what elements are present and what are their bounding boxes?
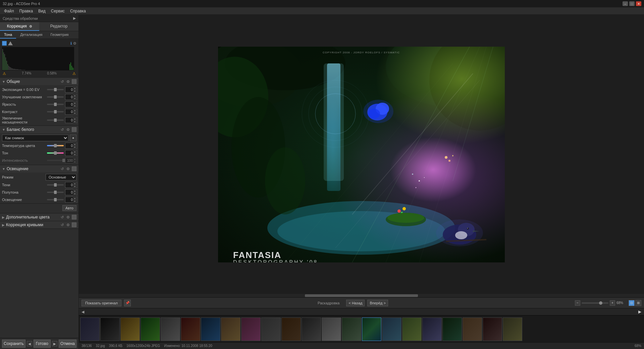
controls-scroll[interactable]: ▼ Общие ↺ ⚙ Экспозиция = 0.00 EV: [0, 78, 78, 338]
extra-colors-settings-icon[interactable]: ⚙: [66, 215, 70, 219]
lighting-settings-icon[interactable]: ⚙: [66, 166, 70, 171]
thumb-2[interactable]: [100, 317, 120, 341]
next-action-icon[interactable]: ▶: [52, 341, 57, 346]
toggle-btn[interactable]: [72, 79, 76, 84]
section-wb-header[interactable]: ▼ Баланс белого ↺ ⚙: [0, 126, 78, 133]
zoom-in-button[interactable]: +: [610, 300, 615, 306]
thumb-16[interactable]: [382, 317, 401, 341]
menu-edit[interactable]: Правка: [17, 8, 36, 14]
minimize-button[interactable]: –: [623, 1, 628, 6]
section-general-header[interactable]: ▼ Общие ↺ ⚙: [0, 78, 78, 85]
midtones-slider[interactable]: [47, 192, 64, 193]
section-extra-colors-header[interactable]: ▶ Дополнительные цвета ↺ ⚙: [0, 213, 78, 221]
tab-correction[interactable]: Коррекция ⚙: [0, 22, 39, 31]
section-curves-header[interactable]: ▶ Коррекция кривыми ↺ ⚙: [0, 221, 78, 229]
filmstrip-scroll-left[interactable]: ◀: [82, 310, 360, 314]
thumb-20[interactable]: [463, 317, 482, 341]
tint-down[interactable]: ▼: [73, 153, 76, 156]
exposure-spinner[interactable]: ▲ ▼: [73, 87, 76, 93]
wb-settings-icon[interactable]: ⚙: [66, 127, 70, 132]
thumb-12[interactable]: [302, 317, 321, 341]
extra-colors-refresh-icon[interactable]: ↺: [60, 215, 64, 219]
color-temp-up[interactable]: ▲: [73, 143, 76, 146]
tint-slider[interactable]: [47, 152, 64, 154]
wb-color-picker[interactable]: ✦: [70, 135, 76, 141]
color-temp-slider[interactable]: [47, 145, 64, 146]
hscroll-thumb[interactable]: [305, 294, 418, 297]
histogram-settings-icon[interactable]: ⚙: [73, 41, 76, 46]
thumb-4[interactable]: [141, 317, 160, 341]
done-button[interactable]: Готово: [34, 340, 51, 348]
extra-colors-toggle-btn[interactable]: [72, 215, 76, 219]
section-lighting-header[interactable]: ▼ Освещение ↺ ⚙: [0, 165, 78, 172]
wb-refresh-icon[interactable]: ↺: [60, 127, 64, 132]
saturation-slider[interactable]: [47, 119, 64, 121]
brightness-up[interactable]: ▲: [73, 101, 76, 104]
zoom-slider[interactable]: [582, 302, 608, 304]
forward-button[interactable]: Вперёд >: [367, 300, 388, 306]
subtab-geometry[interactable]: Геометрия: [47, 31, 73, 39]
settings-icon[interactable]: ⚙: [66, 79, 70, 84]
shadows-up[interactable]: ▲: [73, 182, 76, 185]
saturation-up[interactable]: ▲: [73, 117, 76, 120]
refresh-icon[interactable]: ↺: [60, 79, 64, 84]
subtab-tone[interactable]: Тона: [0, 31, 16, 39]
thumb-18[interactable]: [422, 317, 442, 341]
wb-preset-dropdown[interactable]: Как снимок Авто Дневной свет Облачно: [2, 135, 68, 141]
lighting-mode-dropdown[interactable]: Основные Расширенные: [46, 174, 76, 181]
wb-toggle-btn[interactable]: [72, 127, 76, 132]
fill-light-slider[interactable]: [47, 96, 64, 98]
highlights-down[interactable]: ▼: [73, 200, 76, 203]
curves-settings-icon[interactable]: ⚙: [66, 222, 70, 227]
thumb-17[interactable]: [402, 317, 422, 341]
panel-expand-icon[interactable]: ▶: [73, 16, 76, 20]
shadows-down[interactable]: ▼: [73, 185, 76, 188]
exposure-down[interactable]: ▼: [73, 90, 76, 93]
auto-button[interactable]: Авто: [62, 205, 76, 211]
contrast-slider[interactable]: [47, 111, 64, 112]
thumb-13[interactable]: [322, 317, 341, 341]
highlights-up[interactable]: ▲: [73, 197, 76, 200]
cancel-button[interactable]: Отмена: [59, 340, 76, 348]
maximize-button[interactable]: □: [629, 1, 635, 6]
pin-icon[interactable]: 📌: [124, 300, 131, 306]
info-icon[interactable]: ℹ: [70, 41, 72, 46]
fill-light-up[interactable]: ▲: [73, 94, 76, 97]
lighting-refresh-icon[interactable]: ↺: [60, 166, 64, 171]
thumb-11[interactable]: [281, 317, 301, 341]
midtones-down[interactable]: ▼: [73, 192, 76, 195]
thumb-9[interactable]: [241, 317, 261, 341]
prev-action-icon[interactable]: ◀: [27, 341, 32, 346]
exposure-up[interactable]: ▲: [73, 87, 76, 90]
thumb-6[interactable]: [181, 317, 200, 341]
brightness-slider[interactable]: [47, 104, 64, 105]
histogram-color-icon[interactable]: [2, 41, 7, 46]
thumb-3[interactable]: [120, 317, 140, 341]
fit-view-button[interactable]: ⊟: [629, 300, 635, 306]
lighting-toggle-btn[interactable]: [72, 166, 76, 171]
subtab-detail[interactable]: Детализация: [16, 31, 46, 39]
contrast-up[interactable]: ▲: [73, 109, 76, 112]
thumb-14[interactable]: [342, 317, 361, 341]
show-original-button[interactable]: Показать оригинал: [82, 300, 121, 306]
thumb-19[interactable]: [442, 317, 462, 341]
fill-light-down[interactable]: ▼: [73, 97, 76, 100]
tab-editor[interactable]: Редактор: [39, 22, 78, 31]
thumb-1[interactable]: [80, 317, 100, 341]
filmstrip[interactable]: [79, 315, 644, 342]
thumb-8[interactable]: [221, 317, 240, 341]
menu-file[interactable]: Файл: [1, 8, 17, 14]
thumb-7[interactable]: [201, 317, 220, 341]
thumb-15-active[interactable]: [362, 317, 381, 341]
close-button[interactable]: ✕: [636, 1, 641, 6]
image-hscrollbar[interactable]: [79, 294, 644, 297]
exposure-slider[interactable]: [47, 89, 64, 90]
zoom-out-button[interactable]: −: [575, 300, 580, 306]
menu-help[interactable]: Справка: [67, 8, 89, 14]
thumb-10[interactable]: [261, 317, 281, 341]
thumb-5[interactable]: [161, 317, 180, 341]
filmstrip-scroll-right[interactable]: ▶: [638, 309, 641, 314]
color-temp-down[interactable]: ▼: [73, 146, 76, 149]
shadows-slider[interactable]: [47, 184, 64, 186]
menu-view[interactable]: Вид: [36, 8, 48, 14]
